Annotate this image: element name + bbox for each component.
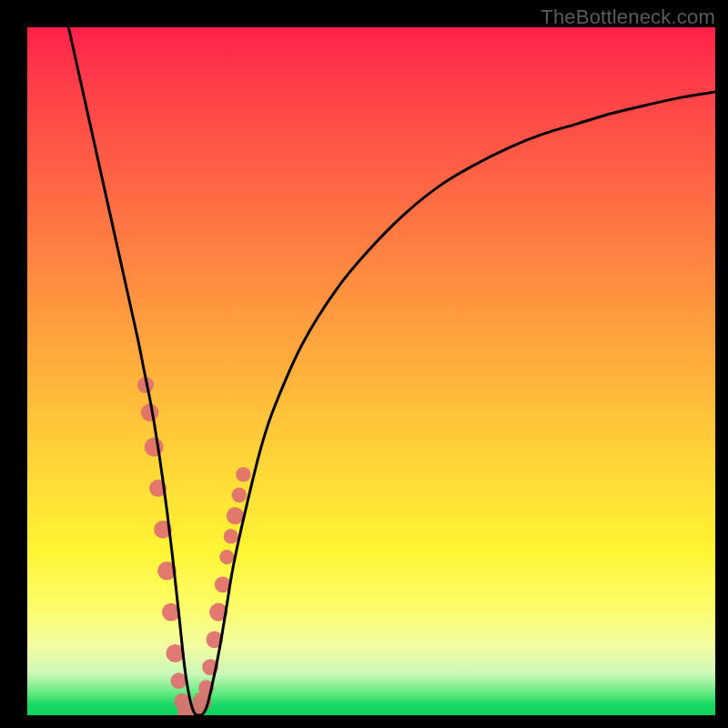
marker-dot (141, 404, 159, 422)
chart-frame: TheBottleneck.com (0, 0, 728, 728)
marker-dot (224, 529, 238, 543)
marker-dot (219, 550, 234, 564)
watermark-label: TheBottleneck.com (541, 5, 715, 29)
chart-svg (27, 27, 715, 715)
marker-dot (236, 467, 250, 481)
marker-dot (227, 507, 244, 524)
plot-area (27, 27, 715, 715)
marker-dot (232, 488, 247, 502)
marker-dot (145, 438, 164, 457)
marker-dot (170, 672, 187, 689)
